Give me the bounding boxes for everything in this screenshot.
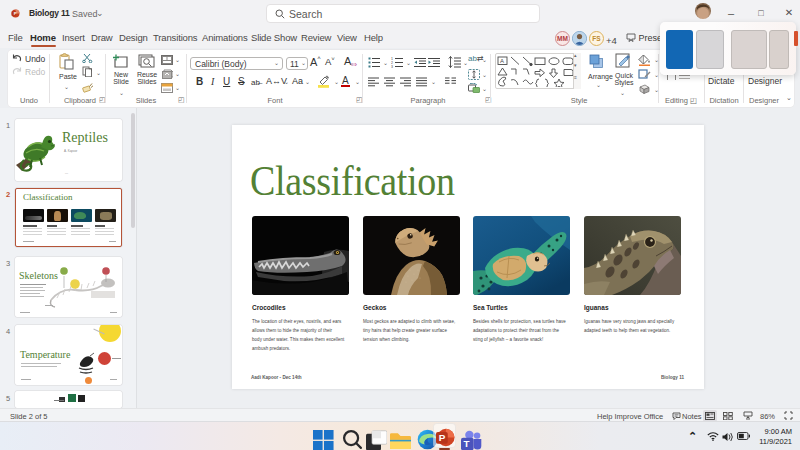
svg-text:3: 3 (391, 65, 393, 68)
svg-text:P: P (13, 10, 16, 15)
svg-text:P: P (439, 432, 446, 443)
svg-text:A: A (500, 58, 504, 64)
svg-text:T: T (464, 439, 470, 450)
